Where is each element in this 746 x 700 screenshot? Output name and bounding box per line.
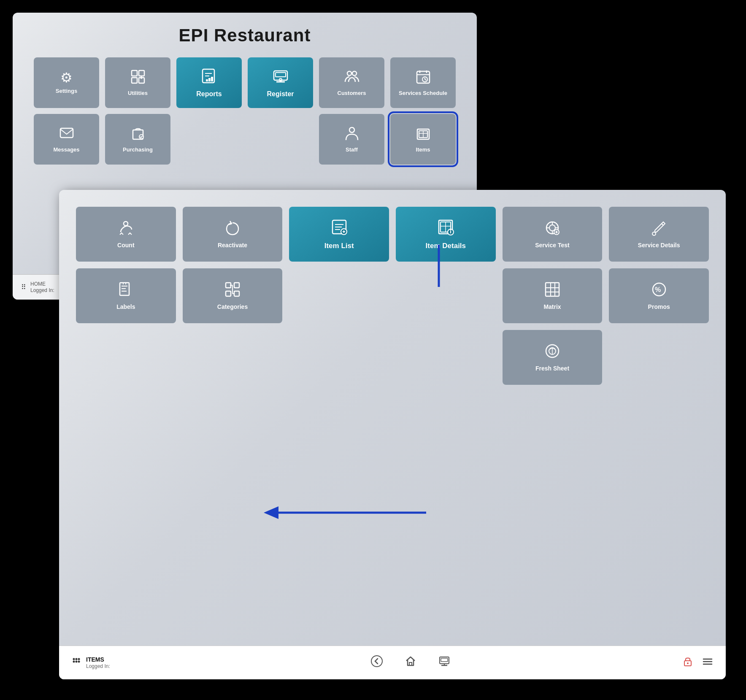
svg-point-52 [549,225,555,231]
items-content: Count Reactivate [59,190,726,397]
tile-services-schedule[interactable]: Services Schedule [390,57,456,108]
svg-point-17 [352,71,357,76]
svg-rect-2 [132,78,137,83]
svg-rect-13 [276,73,286,77]
svg-point-84 [76,658,78,660]
items-tile-item-details-label: Item Details [426,242,466,250]
fresh-sheet-icon [544,343,561,362]
labels-icon [117,281,134,300]
items-tile-service-test[interactable]: Se​rvice Test [503,207,603,262]
items-tile-count[interactable]: Count [76,207,176,262]
bottom-left: ITEMS Logged In: [72,656,139,669]
tile-items[interactable]: Items [390,114,456,165]
svg-line-24 [425,79,426,80]
service-test-icon [544,219,561,238]
tile-purchasing-label: Purchasing [123,146,153,153]
items-tile-service-details[interactable]: Service Details [609,207,709,262]
items-tile-service-details-label: Service Details [638,242,680,249]
tile-placeholder2 [248,114,313,165]
svg-point-88 [78,661,80,663]
tile-purchasing[interactable]: Purchasing [105,114,170,165]
count-icon [117,219,134,238]
items-tile-labels-label: Labels [116,303,135,311]
items-grid: Count Reactivate [76,207,709,385]
tile-messages-label: Messages [53,146,79,153]
tile-staff[interactable]: Staff [319,114,384,165]
matrix-icon [544,281,561,300]
svg-rect-25 [60,128,73,138]
promos-icon: % [651,281,668,300]
svg-point-85 [78,658,80,660]
svg-point-29 [349,127,354,132]
items-tile-categories-label: Categories [217,303,248,311]
items-tile-item-list[interactable]: Item List [289,207,389,262]
home-button[interactable] [404,655,417,670]
items-tile-placeholder3 [76,330,176,385]
svg-point-96 [687,662,689,664]
items-tile-fresh-sheet-label: Fresh Sheet [535,365,569,372]
service-details-icon [651,219,668,238]
svg-text:%: % [655,286,661,293]
svg-point-86 [73,661,75,663]
tile-messages[interactable]: Messages [34,114,99,165]
items-tile-placeholder4 [183,330,283,385]
items-icon [416,126,431,143]
svg-point-83 [73,658,75,660]
items-tile-promos[interactable]: % Promos [609,268,709,323]
settings-icon: ⚙ [60,71,73,84]
svg-point-61 [652,232,656,235]
items-bottom-bar: ITEMS Logged In: [59,646,726,679]
svg-rect-0 [132,70,137,76]
tile-reports[interactable]: Reports [176,57,242,108]
bottom-right-nav [682,655,713,670]
item-details-icon [436,218,455,238]
items-tile-promos-label: Promos [648,303,670,311]
hamburger-menu-button[interactable] [702,656,713,670]
utilities-icon [130,69,146,86]
tile-register[interactable]: Register [248,57,313,108]
tile-customers[interactable]: Customers [319,57,384,108]
items-tile-matrix-label: Matrix [543,303,561,311]
svg-point-89 [371,656,382,667]
items-tile-item-list-label: Item List [324,242,354,250]
register-icon [272,68,289,86]
reactivate-icon [224,219,241,238]
tile-settings-label: Settings [56,88,77,95]
items-tile-item-details[interactable]: Item Details [396,207,496,262]
svg-rect-68 [226,291,231,296]
items-tile-matrix[interactable]: Matrix [503,268,603,323]
svg-point-34 [124,222,128,226]
svg-rect-11 [206,79,208,81]
svg-rect-10 [211,77,213,81]
services-schedule-icon [416,69,431,86]
tile-utilities-label: Utilities [128,90,148,97]
items-tile-service-test-label: Se​rvice Test [535,242,569,249]
categories-icon [224,281,241,300]
items-tile-fresh-sheet[interactable]: Fresh Sheet [503,330,603,385]
svg-rect-1 [139,70,144,76]
items-tile-labels[interactable]: Labels [76,268,176,323]
svg-point-16 [347,71,351,76]
messages-icon [59,126,74,143]
item-list-icon [330,218,349,238]
tile-items-label: Items [416,146,430,153]
tile-settings[interactable]: ⚙ Settings [34,57,99,108]
svg-rect-73 [546,283,559,296]
svg-rect-92 [441,658,448,662]
items-tile-count-label: Count [117,242,134,249]
tile-utilities[interactable]: Utilities [105,57,170,108]
svg-rect-67 [234,283,239,288]
items-tile-placeholder5 [289,330,389,385]
items-tile-reactivate[interactable]: Reactivate [183,207,283,262]
bottom-center-nav [139,655,682,670]
home-dots-icon: ⠿ [21,283,26,291]
customers-icon [344,69,359,86]
tile-register-label: Register [267,90,294,98]
lock-button[interactable] [682,655,694,670]
tile-customers-label: Customers [338,90,366,97]
pos-button[interactable] [438,655,451,670]
items-tile-placeholder1 [289,268,389,323]
items-tile-categories[interactable]: Categories [183,268,283,323]
tile-placeholder1 [176,114,242,165]
back-button[interactable] [370,655,383,670]
